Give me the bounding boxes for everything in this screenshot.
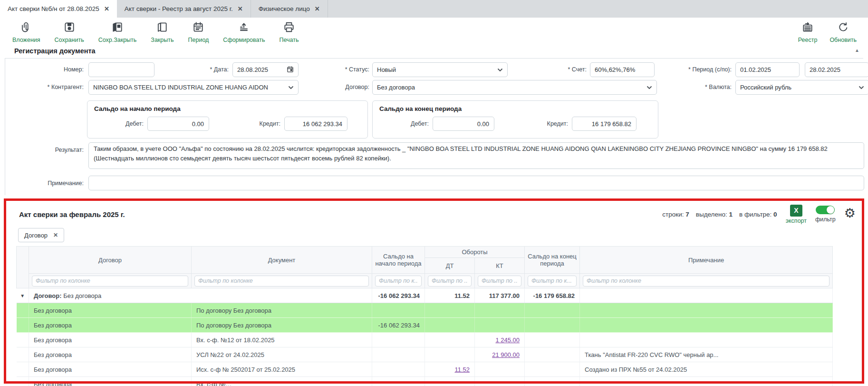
excel-export-button[interactable]: X экспорт — [786, 205, 807, 224]
cell-note: Создано из ПРХ №55 от 24.02.2025 — [580, 362, 833, 377]
cell-note — [580, 288, 833, 303]
grid-title: Акт сверки за февраль 2025 г. — [19, 210, 125, 218]
table-row-partial[interactable]: Без договора Вх. с-ф №… — [17, 377, 833, 386]
refresh-button[interactable]: Обновить — [829, 21, 857, 43]
excel-icon: X — [790, 205, 802, 217]
filter-input-saldo-end[interactable] — [528, 276, 577, 287]
column-header-dt[interactable]: ДТ — [425, 258, 475, 274]
calendar-small-icon[interactable] — [287, 66, 294, 74]
currency-select[interactable]: Российский рубль — [735, 80, 868, 95]
filter-input-kt[interactable] — [478, 276, 521, 287]
grid-header: Акт сверки за февраль 2025 г. строки: 7 … — [10, 204, 860, 224]
filter-input-note[interactable] — [583, 276, 829, 287]
column-header-turnover[interactable]: Обороты — [425, 247, 525, 258]
filter-toggle[interactable] — [816, 206, 835, 214]
generate-button[interactable]: Сформировать — [223, 21, 265, 43]
table-row[interactable]: Без договора По договору Без договора -1… — [17, 318, 833, 333]
group-prefix: Договор: — [34, 292, 62, 299]
expander-header — [17, 247, 29, 288]
rows-count: 7 — [685, 211, 689, 218]
filter-input-dogovor[interactable] — [32, 276, 188, 287]
debit-end-value[interactable]: 0.00 — [433, 117, 494, 131]
tab-close-icon[interactable]: ✕ — [238, 5, 243, 12]
chevron-down-icon — [858, 84, 864, 91]
table-row[interactable]: Без договора УСЛ №22 от 24.02.2025 21 90… — [17, 347, 833, 362]
status-label: * Статус: — [319, 66, 369, 73]
tab-close-icon[interactable]: ✕ — [315, 5, 320, 12]
credit-start-value[interactable]: 16 062 293.34 — [284, 117, 347, 131]
contractor-label: * Контрагент: — [17, 84, 84, 90]
selected-count: 1 — [729, 211, 733, 218]
filter-cell — [425, 274, 475, 288]
table-row[interactable]: Без договора По договору Без договора — [17, 303, 833, 318]
attachments-button[interactable]: Вложения — [12, 21, 40, 43]
kt-amount-link[interactable]: 21 900.00 — [492, 351, 520, 358]
save-close-button[interactable]: Сохр.Закрыть — [98, 21, 137, 43]
form-section-title: Регистрация документа — [14, 47, 96, 55]
cell-document: УСЛ №22 от 24.02.2025 — [192, 347, 372, 362]
status-select[interactable]: Новый — [372, 62, 508, 77]
printer-icon — [283, 21, 295, 35]
cell-note: Ткань "Antistat FR-220 CVC RWO" черный а… — [580, 347, 833, 362]
filter-toggle-label: фильтр — [815, 216, 836, 223]
tab-act-sverki[interactable]: Акт сверки №б/н от 28.08.2025 ✕ — [0, 0, 117, 18]
filter-input-saldo-start[interactable] — [375, 276, 422, 287]
tab-label: Акт сверки - Реестр за август 2025 г. — [125, 5, 233, 12]
filter-input-dt[interactable] — [428, 276, 472, 287]
expand-collapse-icon[interactable]: ▼ — [17, 288, 29, 303]
print-button[interactable]: Печать — [279, 21, 299, 43]
result-textarea[interactable]: Таким образом, в учете ООО "Альфа" по со… — [88, 142, 864, 169]
tab-close-icon[interactable]: ✕ — [104, 5, 109, 12]
table-group-row[interactable]: ▼ Договор: Без договора -16 062 293.34 1… — [17, 288, 833, 303]
debit-label: Дебет: — [87, 120, 144, 127]
period-from-input[interactable] — [735, 62, 800, 77]
registration-form: Номер: * Дата: 28.08.2025 * Статус: Новы… — [5, 58, 863, 195]
cell-dt — [425, 333, 475, 347]
period-button[interactable]: Период — [188, 21, 209, 43]
contractor-select[interactable]: NINGBO BOA STEEL LTD INDUSTRIAL ZONE HUA… — [88, 80, 299, 95]
column-header-document[interactable]: Документ — [192, 247, 372, 274]
dt-amount-link[interactable]: 11.52 — [454, 366, 470, 373]
column-header-saldo-start[interactable]: Сальдо на начало периода — [372, 247, 425, 274]
account-input[interactable] — [590, 62, 655, 77]
tab-label: Акт сверки №б/н от 28.08.2025 — [8, 5, 99, 12]
cell-document: По договору Без договора — [192, 318, 372, 333]
calendar-icon — [192, 21, 204, 35]
gear-icon[interactable]: ⚙ — [844, 207, 856, 220]
column-header-note[interactable]: Примечание — [580, 247, 833, 274]
group-chip-row: Договор ✕ — [10, 224, 860, 246]
toolbar: Вложения Сохранить Сохр.Закрыть Закрыть … — [0, 18, 868, 48]
column-header-saldo-end[interactable]: Сальдо на конец периода — [525, 247, 580, 274]
column-header-kt[interactable]: КТ — [475, 258, 525, 274]
debit-start-value[interactable]: 0.00 — [147, 117, 209, 131]
contract-select[interactable]: Без договора — [372, 80, 657, 95]
kt-amount-link[interactable]: 1 245.00 — [495, 337, 520, 344]
credit-end-value[interactable]: 16 179 658.82 — [572, 117, 637, 131]
date-input[interactable]: 28.08.2025 — [232, 62, 299, 77]
tab-fiz-lico[interactable]: Физическое лицо ✕ — [251, 0, 328, 18]
cell-saldo-end — [525, 318, 580, 333]
form-row-2: * Контрагент: NINGBO BOA STEEL LTD INDUS… — [5, 79, 864, 96]
save-button[interactable]: Сохранить — [55, 21, 84, 43]
filter-input-document[interactable] — [194, 276, 369, 287]
table-row[interactable]: Без договора Исх. с-ф № 2502017 от 25.02… — [17, 362, 833, 377]
table-row[interactable]: Без договора Вх. с-ф. №12 от 18.02.2025 … — [17, 333, 833, 347]
number-input[interactable] — [88, 62, 154, 77]
chevron-down-icon — [497, 66, 503, 73]
generate-icon — [238, 21, 250, 35]
saldo-end-row: Дебет: 0.00 Кредит: 16 179 658.82 — [373, 117, 658, 131]
tab-reestr[interactable]: Акт сверки - Реестр за август 2025 г. ✕ — [117, 0, 251, 18]
scroll-up-arrow[interactable]: ▲ — [855, 48, 859, 53]
period-to-input[interactable] — [805, 62, 868, 77]
register-button[interactable]: Реестр — [798, 21, 818, 43]
close-button[interactable]: Закрыть — [151, 21, 174, 43]
cell-dt — [425, 347, 475, 362]
column-header-dogovor[interactable]: Договор — [29, 247, 192, 274]
group-chip-dogovor[interactable]: Договор ✕ — [18, 228, 64, 242]
number-label: Номер: — [34, 66, 84, 73]
cell-saldo-start — [372, 347, 425, 362]
cell-dt — [425, 377, 475, 386]
chip-close-icon[interactable]: ✕ — [53, 232, 58, 238]
note-input[interactable] — [88, 176, 864, 190]
currency-label: * Валюта: — [660, 84, 732, 90]
